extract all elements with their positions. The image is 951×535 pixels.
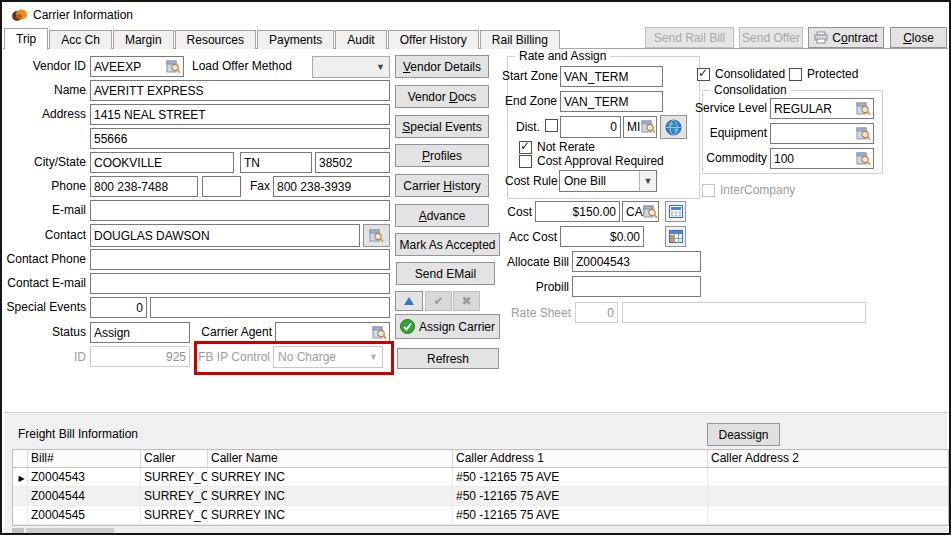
column-header-caller[interactable]: Caller: [141, 450, 208, 467]
mark-as-accepted-button[interactable]: Mark As Accepted: [395, 233, 500, 256]
up-arrow-icon: [404, 297, 414, 305]
scrollbar-thumb[interactable]: [26, 528, 114, 535]
advance-button[interactable]: Advance: [395, 204, 489, 227]
lookup-icon[interactable]: [372, 326, 387, 340]
profiles-button[interactable]: Profiles: [395, 144, 489, 167]
contact-email-label: Contact E-mail: [2, 276, 86, 290]
vendor-details-button[interactable]: Vendor Details: [395, 55, 489, 78]
column-header-bill[interactable]: Bill#: [28, 450, 141, 467]
service-level-label: Service Level: [692, 101, 767, 115]
allocate-bill-label: Allocate Bill: [497, 255, 569, 269]
deassign-button[interactable]: Deassign: [707, 423, 780, 446]
email-label: E-mail: [2, 203, 86, 217]
contact-lookup-button[interactable]: [363, 224, 390, 247]
special-events-button[interactable]: Special Events: [395, 115, 489, 138]
tab-acc-ch[interactable]: Acc Ch: [49, 30, 112, 49]
rate-calculator-button[interactable]: [665, 201, 686, 222]
lookup-icon[interactable]: [856, 102, 871, 116]
chevron-down-icon[interactable]: ▼: [639, 171, 656, 191]
column-header-caller-name[interactable]: Caller Name: [208, 450, 453, 467]
globe-icon: [665, 119, 682, 136]
end-zone-field[interactable]: [560, 91, 663, 112]
not-rerate-checkbox[interactable]: [519, 141, 532, 154]
allocate-bill-field[interactable]: [572, 251, 701, 272]
fb-ip-control-label: FB IP Control: [198, 350, 270, 364]
commodity-field[interactable]: 100: [770, 148, 874, 169]
cost-approval-label: Cost Approval Required: [537, 154, 687, 168]
lookup-icon[interactable]: [856, 152, 871, 166]
horizontal-scrollbar[interactable]: [12, 528, 949, 535]
start-zone-field[interactable]: [560, 66, 663, 87]
cell-caller: SURREY_CU: [141, 487, 208, 505]
tab-payments[interactable]: Payments: [257, 30, 334, 49]
state-field[interactable]: [240, 152, 312, 173]
phone-ext-field[interactable]: [202, 176, 241, 197]
tab-offer-history[interactable]: Offer History: [388, 30, 479, 49]
cost-field[interactable]: [535, 201, 620, 222]
protected-checkbox[interactable]: [789, 68, 802, 81]
table-row[interactable]: ▶ Z0004543 SURREY_CU SURREY INC #50 -121…: [13, 468, 948, 487]
carrier-agent-label: Carrier Agent: [200, 325, 272, 339]
city-field[interactable]: [90, 152, 234, 173]
lookup-icon[interactable]: [641, 120, 656, 134]
refresh-button[interactable]: Refresh: [397, 348, 499, 369]
table-row[interactable]: Z0004545 SURREY_CU SURREY INC #50 -12165…: [13, 506, 948, 525]
globe-button[interactable]: [660, 115, 687, 139]
probill-field[interactable]: [572, 276, 701, 297]
close-button[interactable]: Close: [890, 27, 947, 48]
tab-margin[interactable]: Margin: [113, 30, 174, 49]
email-field[interactable]: [90, 200, 390, 221]
lookup-icon[interactable]: [856, 127, 871, 141]
load-offer-method-label: Load Offer Method: [192, 59, 310, 73]
zip-field[interactable]: [315, 152, 390, 173]
tab-resources[interactable]: Resources: [175, 30, 256, 49]
special-events-count-field[interactable]: [90, 297, 147, 318]
lookup-icon[interactable]: [643, 205, 658, 219]
carrier-history-button[interactable]: Carrier History: [395, 174, 489, 197]
lookup-icon[interactable]: [166, 60, 181, 74]
fax-label: Fax: [245, 179, 270, 193]
contact-email-field[interactable]: [90, 273, 390, 294]
dist-field[interactable]: [560, 116, 621, 138]
carrier-history-label: Carrier History: [403, 179, 480, 193]
scroll-left-button[interactable]: [12, 528, 24, 535]
vendor-docs-button[interactable]: Vendor Docs: [395, 85, 489, 108]
title-bar: Carrier Information: [2, 2, 949, 27]
tab-trip[interactable]: Trip: [4, 28, 48, 50]
special-events-field[interactable]: [150, 297, 390, 318]
column-header-caller-address-1[interactable]: Caller Address 1: [453, 450, 708, 467]
dist-checkbox[interactable]: [545, 119, 558, 132]
chevron-down-icon: ▼: [365, 347, 382, 367]
lookup-icon: [369, 229, 384, 243]
contact-label: Contact: [2, 228, 86, 242]
acc-cost-detail-button[interactable]: [665, 226, 686, 247]
x-icon: ✖: [461, 294, 471, 308]
tab-audit[interactable]: Audit: [335, 30, 386, 49]
cost-rule-select[interactable]: One Bill ▼: [559, 170, 657, 192]
service-level-field[interactable]: REGULAR: [770, 98, 874, 119]
carrier-agent-field[interactable]: [275, 322, 390, 343]
address2-field[interactable]: [90, 128, 390, 149]
consolidated-checkbox[interactable]: [697, 68, 710, 81]
cost-approval-checkbox[interactable]: [519, 155, 532, 168]
vendor-id-field[interactable]: AVEEXP: [90, 56, 184, 77]
phone-field[interactable]: [90, 176, 198, 197]
dist-unit-field[interactable]: MI: [623, 116, 657, 138]
send-email-button[interactable]: Send EMail: [396, 262, 495, 285]
status-field[interactable]: [90, 322, 190, 343]
contact-field[interactable]: [90, 224, 360, 247]
assign-carrier-button[interactable]: Assign Carrier: [395, 314, 500, 339]
contract-button[interactable]: Contract: [808, 27, 884, 48]
table-row[interactable]: Z0004544 SURREY_CU SURREY INC #50 -12165…: [13, 487, 948, 506]
column-header-caller-address-2[interactable]: Caller Address 2: [708, 450, 948, 467]
tab-rail-billing[interactable]: Rail Billing: [480, 30, 560, 49]
fax-field[interactable]: [273, 176, 390, 197]
acc-cost-field[interactable]: [560, 226, 644, 247]
cell-caller-name: SURREY INC: [208, 468, 453, 486]
equipment-field[interactable]: [770, 123, 874, 144]
move-up-button[interactable]: [395, 291, 423, 311]
address-field[interactable]: [90, 104, 390, 125]
name-field[interactable]: [90, 80, 390, 101]
contact-phone-field[interactable]: [90, 249, 390, 270]
cost-currency-field[interactable]: CAD: [622, 201, 659, 222]
